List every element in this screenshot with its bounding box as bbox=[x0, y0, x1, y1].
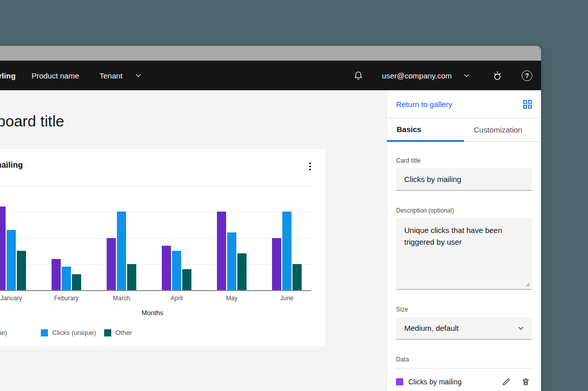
x-axis-label: Feburary bbox=[52, 295, 81, 302]
bar bbox=[162, 246, 171, 290]
bell-icon bbox=[353, 70, 363, 81]
card-title-field: Card title bbox=[396, 157, 532, 191]
bar-group bbox=[0, 186, 26, 290]
bar bbox=[292, 264, 302, 290]
divider bbox=[396, 368, 532, 369]
bar bbox=[52, 259, 61, 291]
description-field: Description (optional) Unique clicks tha… bbox=[396, 207, 532, 290]
help-button[interactable]: ? bbox=[522, 70, 532, 81]
card-title-label: Card title bbox=[396, 157, 532, 164]
tab-customization[interactable]: Customization bbox=[464, 118, 541, 142]
brand-name[interactable]: Sterling bbox=[0, 71, 16, 80]
grid-icon bbox=[523, 100, 532, 109]
description-textarea[interactable]: Unique clicks that have been triggered b… bbox=[396, 218, 532, 290]
bar-group bbox=[272, 186, 302, 290]
data-row-swatch bbox=[396, 378, 403, 385]
bar bbox=[127, 264, 136, 290]
data-section: Data Clicks by mailing bbox=[396, 356, 532, 387]
chevron-down-icon bbox=[463, 72, 470, 79]
return-to-gallery-link[interactable]: Return to gallery bbox=[396, 100, 452, 109]
bar bbox=[117, 212, 126, 290]
navbar-right: user@company.com ? bbox=[353, 70, 541, 82]
bar-group bbox=[162, 186, 191, 290]
legend-label: Other bbox=[115, 329, 132, 336]
bar bbox=[272, 238, 281, 291]
x-axis-label: March bbox=[107, 295, 136, 302]
legend-item[interactable]: Clicks (unique) bbox=[41, 329, 96, 336]
notifications-button[interactable] bbox=[353, 70, 363, 81]
overflow-menu-vertical-icon[interactable] bbox=[307, 161, 313, 172]
panel-tabs: Basics Customization bbox=[387, 118, 541, 142]
chevron-down-icon bbox=[517, 324, 525, 332]
bar bbox=[7, 230, 16, 290]
legend-item[interactable]: Clicks (value) bbox=[0, 329, 7, 336]
panel-body: Card title Description (optional) Unique… bbox=[387, 142, 541, 387]
size-select[interactable]: Medium, default bbox=[396, 317, 532, 340]
idea-button[interactable] bbox=[492, 70, 503, 82]
chevron-down-icon bbox=[135, 72, 142, 79]
x-axis-label: April bbox=[162, 295, 191, 302]
window-titlebar[interactable] bbox=[0, 46, 541, 61]
data-row-actions bbox=[502, 378, 532, 386]
card-title: Clicks by mailing bbox=[0, 161, 23, 170]
x-axis-labels: JanuaryFeburaryMarchAprilMayJune bbox=[0, 295, 311, 302]
app-window: Sterling Product name Tenant user@comp bbox=[0, 46, 541, 391]
gallery-button[interactable] bbox=[523, 100, 532, 109]
x-axis-label: June bbox=[272, 295, 302, 302]
bars-row bbox=[0, 186, 311, 290]
panel-header-row: Return to gallery bbox=[387, 90, 541, 118]
bar bbox=[0, 206, 6, 290]
bar bbox=[62, 267, 71, 290]
x-axis-title: Months bbox=[0, 309, 340, 317]
x-axis-label: January bbox=[0, 295, 26, 302]
tab-basics[interactable]: Basics bbox=[387, 118, 464, 142]
size-field: Size Medium, default bbox=[396, 306, 532, 340]
bar bbox=[227, 232, 236, 290]
legend-item[interactable]: Other bbox=[104, 329, 132, 336]
data-label: Data bbox=[396, 356, 532, 363]
x-axis-label: May bbox=[217, 295, 247, 302]
user-email: user@company.com bbox=[382, 71, 452, 80]
bar-group bbox=[52, 186, 81, 290]
bar bbox=[217, 212, 226, 290]
card-title-input[interactable] bbox=[396, 168, 532, 191]
navbar-left: Sterling Product name Tenant bbox=[0, 71, 142, 80]
trash-icon[interactable] bbox=[522, 378, 530, 386]
bar bbox=[237, 253, 247, 290]
settings-panel: Return to gallery Basics Customization bbox=[386, 90, 541, 391]
size-select-value: Medium, default bbox=[404, 324, 459, 332]
top-navbar: Sterling Product name Tenant user@comp bbox=[0, 61, 541, 90]
page-title: Dashboard title bbox=[0, 113, 64, 130]
legend-swatch bbox=[41, 329, 48, 336]
data-row[interactable]: Clicks by mailing bbox=[396, 377, 532, 387]
bar bbox=[182, 269, 191, 290]
size-label: Size bbox=[396, 306, 532, 313]
chart-legend: Clicks (value)Clicks (unique)Other bbox=[0, 329, 325, 336]
chart-card: Clicks by mailing JanuaryFeburaryMarchAp… bbox=[0, 149, 325, 346]
user-account-menu[interactable]: user@company.com bbox=[382, 71, 470, 80]
main-content: Dashboard title Clicks by mailing Januar… bbox=[0, 90, 541, 391]
bar bbox=[282, 212, 291, 290]
legend-label: Clicks (unique) bbox=[52, 329, 96, 336]
description-label: Description (optional) bbox=[396, 207, 532, 214]
bar-chart-plot bbox=[0, 186, 311, 291]
nav-item-tenant-menu[interactable]: Tenant bbox=[100, 71, 142, 80]
legend-swatch bbox=[104, 329, 111, 336]
idea-icon bbox=[492, 70, 503, 82]
bar bbox=[172, 251, 181, 290]
tenant-label: Tenant bbox=[100, 71, 122, 80]
help-icon: ? bbox=[525, 72, 529, 80]
bar bbox=[107, 238, 116, 291]
bar-group bbox=[217, 186, 247, 290]
data-row-label: Clicks by mailing bbox=[408, 378, 461, 386]
bar-group bbox=[107, 186, 136, 290]
bar bbox=[72, 274, 81, 290]
bar bbox=[17, 251, 26, 290]
legend-label: Clicks (value) bbox=[0, 329, 7, 336]
nav-item-product-name[interactable]: Product name bbox=[32, 71, 79, 80]
card-header: Clicks by mailing bbox=[0, 149, 325, 172]
edit-icon[interactable] bbox=[502, 378, 510, 386]
